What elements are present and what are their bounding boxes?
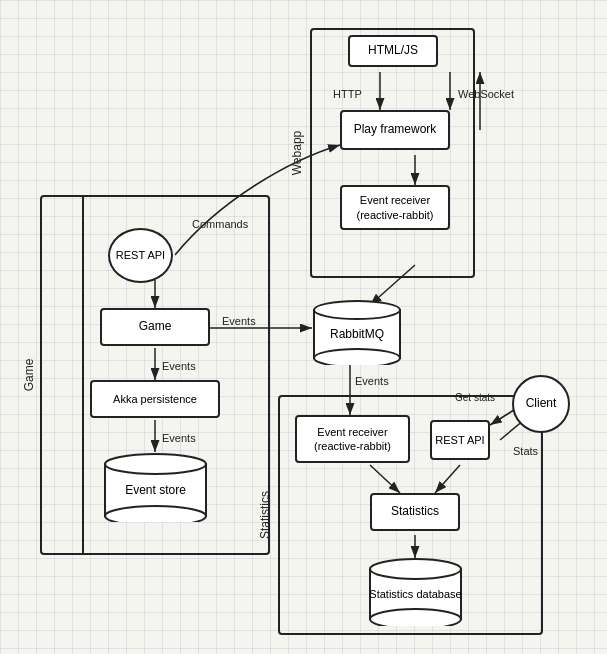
events-rabbit-stats-label: Events xyxy=(355,375,389,387)
events-game-akka-label: Events xyxy=(162,360,196,372)
events-akka-store-label: Events xyxy=(162,432,196,444)
rest-api-stats-box: REST API xyxy=(430,420,490,460)
svg-point-18 xyxy=(105,454,206,474)
statistics-db-cylinder: Statistics database xyxy=(368,558,463,626)
rabbitmq-label: RabbitMQ xyxy=(330,327,384,343)
statistics-container-label: Statistics xyxy=(258,491,272,539)
client-box: Client xyxy=(512,375,570,433)
commands-label: Commands xyxy=(192,218,248,230)
html-js-box: HTML/JS xyxy=(348,35,438,67)
stats-label: Stats xyxy=(513,445,538,457)
events-game-rabbit-label: Events xyxy=(222,315,256,327)
event-store-cylinder: Event store xyxy=(103,452,208,522)
svg-point-21 xyxy=(314,301,400,319)
get-stats-label: Get stats xyxy=(455,392,495,403)
webapp-label: Webapp xyxy=(290,131,304,175)
svg-point-19 xyxy=(105,506,206,522)
svg-point-24 xyxy=(370,559,461,579)
event-store-label: Event store xyxy=(125,483,186,499)
game-container-label: Game xyxy=(22,359,36,392)
diagram: Webapp HTML/JS Play framework Event rece… xyxy=(0,0,607,654)
akka-persistence-box: Akka persistence xyxy=(90,380,220,418)
game-box: Game xyxy=(100,308,210,346)
statistics-db-label: Statistics database xyxy=(369,587,461,601)
svg-point-25 xyxy=(370,609,461,626)
rabbitmq-cylinder: RabbitMQ xyxy=(312,300,402,365)
websocket-label: WebSocket xyxy=(458,88,514,100)
svg-point-22 xyxy=(314,349,400,365)
statistics-box: Statistics xyxy=(370,493,460,531)
play-framework-box: Play framework xyxy=(340,110,450,150)
http-label: HTTP xyxy=(333,88,362,100)
event-receiver-stats-box: Event receiver (reactive-rabbit) xyxy=(295,415,410,463)
event-receiver-webapp-box: Event receiver (reactive-rabbit) xyxy=(340,185,450,230)
rest-api-game-box: REST API xyxy=(108,228,173,283)
